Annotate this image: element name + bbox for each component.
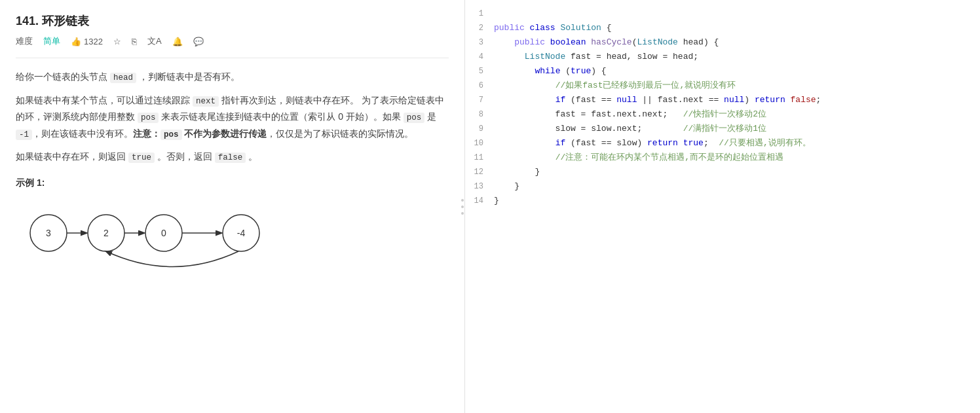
like-button[interactable]: 👍 1322 bbox=[71, 37, 103, 46]
token-class-name: ListNode bbox=[637, 37, 677, 47]
line-content: //如果fast已经移动到最后一位,就说明没有环 bbox=[494, 79, 975, 93]
code-line: 11 //注意：可能在环内某个节点相遇,而不是环的起始位置相遇 bbox=[465, 151, 980, 165]
panel-divider bbox=[461, 0, 464, 413]
svg-text:0: 0 bbox=[161, 228, 166, 238]
token-method: hasCycle bbox=[591, 37, 631, 47]
copy-icon: ⎘ bbox=[132, 37, 137, 46]
token-plain: head) { bbox=[678, 37, 719, 47]
line-number: 5 bbox=[470, 64, 494, 79]
token-comment: //只要相遇,说明有环。 bbox=[719, 138, 810, 148]
line-number: 6 bbox=[470, 79, 494, 93]
line-content: if (fast == slow) return true; //只要相遇,说明… bbox=[494, 136, 975, 151]
token-plain: fast = head, slow = head; bbox=[565, 52, 698, 62]
token-bool-kw: boolean bbox=[550, 37, 591, 47]
line-number: 7 bbox=[470, 93, 494, 107]
svg-text:3: 3 bbox=[46, 228, 51, 238]
code-line: 7 if (fast == null || fast.next == null)… bbox=[465, 93, 980, 107]
token-comment: //如果fast已经移动到最后一位,就说明没有环 bbox=[556, 81, 736, 90]
difficulty-label: 难度 bbox=[16, 35, 33, 47]
problem-panel: 141. 环形链表 难度 简单 👍 1322 ☆ ⎘ 文A 🔔 💬 给你一个链表… bbox=[0, 0, 465, 413]
token-plain bbox=[494, 52, 525, 62]
line-content: } bbox=[494, 194, 975, 208]
svg-text:2: 2 bbox=[104, 228, 109, 238]
token-plain: slow = slow.next; bbox=[494, 124, 683, 134]
chat-button[interactable]: 💬 bbox=[193, 37, 204, 46]
token-plain: } bbox=[494, 196, 499, 206]
token-plain: } bbox=[494, 181, 519, 191]
token-plain bbox=[494, 153, 556, 162]
token-class-name: Solution bbox=[560, 23, 606, 33]
line-number: 3 bbox=[470, 35, 494, 50]
line-number: 11 bbox=[470, 151, 494, 165]
token-plain bbox=[494, 81, 556, 90]
code-line: 2public class Solution { bbox=[465, 21, 980, 35]
diagram-area: 3 2 0 -4 bbox=[16, 197, 449, 282]
token-plain: fast = fast.next.next; bbox=[494, 109, 683, 119]
token-class-name: ListNode bbox=[525, 52, 565, 62]
line-content: if (fast == null || fast.next == null) r… bbox=[494, 93, 975, 107]
divider-dot bbox=[461, 206, 464, 208]
token-kw: while bbox=[535, 66, 565, 76]
meta-row: 难度 简单 👍 1322 ☆ ⎘ 文A 🔔 💬 bbox=[16, 35, 449, 58]
code-area: 12public class Solution {3 public boolea… bbox=[465, 0, 980, 215]
like-count: 1322 bbox=[84, 37, 103, 46]
token-ret-true: true bbox=[683, 138, 704, 148]
code-editor[interactable]: 12public class Solution {3 public boolea… bbox=[465, 0, 980, 413]
line-number: 8 bbox=[470, 107, 494, 122]
chat-icon: 💬 bbox=[193, 37, 204, 46]
description-p2: 如果链表中有某个节点，可以通过连续跟踪 next 指针再次到达，则链表中存在环。… bbox=[16, 92, 449, 143]
token-plain: ; bbox=[704, 138, 719, 148]
token-kw: null bbox=[724, 95, 744, 105]
code-line: 4 ListNode fast = head, slow = head; bbox=[465, 50, 980, 64]
token-kw: if bbox=[556, 138, 571, 148]
line-number: 1 bbox=[470, 7, 494, 21]
problem-title: 141. 环形链表 bbox=[16, 13, 449, 29]
line-content: public class Solution { bbox=[494, 21, 975, 35]
translate-icon: 文A bbox=[147, 35, 162, 47]
token-comment: //快指针一次移动2位 bbox=[683, 109, 766, 119]
token-kw: return bbox=[647, 138, 683, 148]
like-icon: 👍 bbox=[71, 37, 81, 46]
line-number: 14 bbox=[470, 194, 494, 208]
code-line: 6 //如果fast已经移动到最后一位,就说明没有环 bbox=[465, 79, 980, 93]
line-number: 4 bbox=[470, 50, 494, 64]
description-p3: 如果链表中存在环，则返回 true 。否则，返回 false 。 bbox=[16, 149, 449, 166]
star-icon: ☆ bbox=[113, 37, 121, 46]
token-comment: //注意：可能在环内某个节点相遇,而不是环的起始位置相遇 bbox=[556, 153, 783, 162]
star-button[interactable]: ☆ bbox=[113, 37, 121, 46]
code-line: 13 } bbox=[465, 179, 980, 194]
line-number: 2 bbox=[470, 21, 494, 35]
token-plain: ( bbox=[565, 66, 571, 76]
copy-button[interactable]: ⎘ bbox=[132, 37, 137, 46]
token-kw2: public bbox=[514, 37, 550, 47]
svg-text:-4: -4 bbox=[237, 228, 246, 238]
description: 给你一个链表的头节点 head ，判断链表中是否有环。 如果链表中有某个节点，可… bbox=[16, 69, 449, 166]
token-plain: } bbox=[494, 167, 540, 177]
translate-button[interactable]: 文A bbox=[147, 35, 162, 47]
line-content: ListNode fast = head, slow = head; bbox=[494, 50, 975, 64]
token-kw: null bbox=[616, 95, 642, 105]
divider-dot bbox=[461, 212, 464, 215]
token-kw2: public bbox=[494, 23, 530, 33]
line-content: } bbox=[494, 179, 975, 194]
token-plain bbox=[494, 66, 535, 76]
token-ret-false: false bbox=[791, 95, 816, 105]
code-line: 12 } bbox=[465, 165, 980, 179]
line-number: 9 bbox=[470, 122, 494, 136]
token-plain: ; bbox=[816, 95, 821, 105]
line-content: public boolean hasCycle(ListNode head) { bbox=[494, 35, 975, 50]
code-line: 5 while (true) { bbox=[465, 64, 980, 79]
token-plain: (fast == bbox=[571, 95, 616, 105]
line-content: while (true) { bbox=[494, 64, 975, 79]
token-plain: ) bbox=[744, 95, 755, 105]
difficulty-value: 简单 bbox=[43, 35, 60, 47]
bell-button[interactable]: 🔔 bbox=[172, 37, 183, 46]
line-number: 10 bbox=[470, 136, 494, 151]
line-content: } bbox=[494, 165, 975, 179]
token-kw: if bbox=[556, 95, 571, 105]
code-line: 9 slow = slow.next; //满指针一次移动1位 bbox=[465, 122, 980, 136]
token-plain: (fast == slow) bbox=[571, 138, 647, 148]
line-content: //注意：可能在环内某个节点相遇,而不是环的起始位置相遇 bbox=[494, 151, 975, 165]
line-content: slow = slow.next; //满指针一次移动1位 bbox=[494, 122, 975, 136]
code-line: 8 fast = fast.next.next; //快指针一次移动2位 bbox=[465, 107, 980, 122]
